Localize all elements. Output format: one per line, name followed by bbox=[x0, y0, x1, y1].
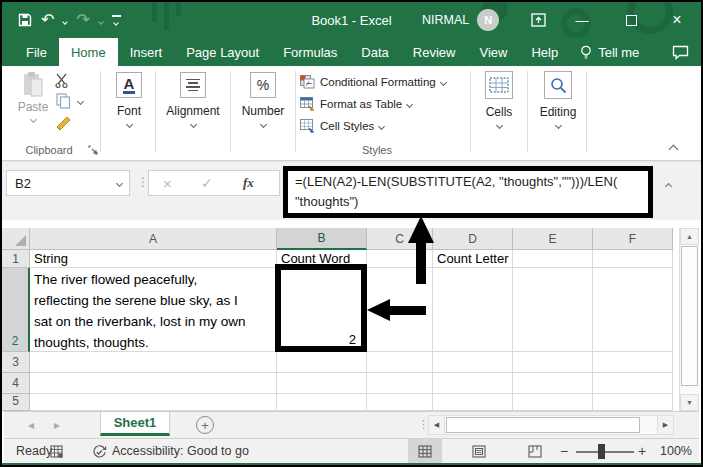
cell-a3[interactable] bbox=[30, 352, 277, 373]
account-area[interactable]: NIRMAL N bbox=[422, 2, 499, 38]
scroll-left-icon[interactable]: ◀ bbox=[429, 416, 445, 434]
cell-b4[interactable] bbox=[277, 373, 367, 394]
zoom-in-icon[interactable]: + bbox=[638, 439, 646, 463]
cell-b3[interactable] bbox=[277, 352, 367, 373]
name-box[interactable]: B2 bbox=[6, 170, 130, 196]
column-header-e[interactable]: E bbox=[513, 228, 593, 250]
macro-record-icon[interactable] bbox=[50, 439, 64, 463]
customize-quick-access-toolbar-icon[interactable] bbox=[112, 15, 121, 25]
minimize-button[interactable]: — bbox=[567, 2, 597, 38]
cell-e3[interactable] bbox=[513, 352, 593, 373]
normal-view-icon[interactable] bbox=[408, 439, 442, 463]
cell-e1[interactable] bbox=[513, 250, 593, 268]
cell-f2[interactable] bbox=[593, 268, 673, 352]
conditional-formatting-button[interactable]: Conditional Formatting bbox=[300, 75, 446, 89]
cell-a2[interactable]: The river flowed peacefully, reflecting … bbox=[30, 268, 277, 352]
save-icon[interactable] bbox=[18, 13, 32, 27]
row-header-4[interactable]: 4 bbox=[2, 373, 30, 394]
tab-home[interactable]: Home bbox=[59, 38, 118, 66]
number-group-button[interactable]: % Number bbox=[235, 72, 291, 127]
row-header-5[interactable]: 5 bbox=[2, 394, 30, 411]
tab-review[interactable]: Review bbox=[401, 38, 468, 66]
cell-f3[interactable] bbox=[593, 352, 673, 373]
column-header-d[interactable]: D bbox=[433, 228, 513, 250]
tab-data[interactable]: Data bbox=[349, 38, 400, 66]
vertical-scrollbar-thumb[interactable] bbox=[681, 246, 698, 386]
cell-f4[interactable] bbox=[593, 373, 673, 394]
insert-function-icon[interactable]: fx bbox=[243, 175, 254, 191]
undo-button[interactable]: ↶ bbox=[41, 12, 54, 28]
tab-file[interactable]: File bbox=[14, 38, 59, 66]
tab-help[interactable]: Help bbox=[519, 38, 570, 66]
cell-b5[interactable] bbox=[277, 394, 367, 411]
expand-formula-bar-icon[interactable] bbox=[665, 183, 672, 190]
undo-dropdown-icon[interactable] bbox=[63, 19, 69, 25]
column-header-a[interactable]: A bbox=[30, 228, 277, 250]
scroll-right-icon[interactable]: ▶ bbox=[657, 416, 673, 434]
cell-f5[interactable] bbox=[593, 394, 673, 411]
horizontal-scrollbar[interactable]: ◀ ▶ bbox=[428, 415, 674, 435]
row-header-2[interactable]: 2 bbox=[2, 268, 30, 352]
cell-d3[interactable] bbox=[433, 352, 513, 373]
cell-f1[interactable] bbox=[593, 250, 673, 268]
cut-icon[interactable] bbox=[54, 73, 71, 88]
cell-d2[interactable] bbox=[433, 268, 513, 352]
copy-dropdown-icon[interactable] bbox=[77, 98, 84, 105]
cells-group-button[interactable]: Cells bbox=[475, 71, 523, 128]
close-button[interactable]: × bbox=[662, 2, 692, 38]
cell-e4[interactable] bbox=[513, 373, 593, 394]
sheet-tab-sheet1[interactable]: Sheet1 bbox=[100, 412, 170, 436]
cell-styles-button[interactable]: Cell Styles bbox=[300, 119, 384, 133]
tab-insert[interactable]: Insert bbox=[118, 38, 175, 66]
maximize-button[interactable] bbox=[616, 2, 646, 38]
format-painter-icon[interactable] bbox=[55, 115, 72, 131]
copy-icon[interactable] bbox=[56, 93, 71, 109]
formula-input-annotated[interactable]: =(LEN(A2)-LEN(SUBSTITUTE(A2, "thoughts",… bbox=[283, 166, 653, 218]
alignment-group-button[interactable]: Alignment bbox=[160, 72, 226, 127]
tab-view[interactable]: View bbox=[467, 38, 519, 66]
cell-c5[interactable] bbox=[367, 394, 433, 411]
cell-d4[interactable] bbox=[433, 373, 513, 394]
cell-a4[interactable] bbox=[30, 373, 277, 394]
accessibility-icon[interactable] bbox=[92, 439, 107, 463]
scroll-down-icon[interactable]: ▼ bbox=[680, 394, 699, 411]
collapse-ribbon-icon[interactable] bbox=[669, 145, 679, 155]
ribbon-display-options-icon[interactable] bbox=[523, 2, 553, 38]
cell-a1[interactable]: String bbox=[30, 250, 277, 268]
tell-me-box[interactable]: Tell me bbox=[570, 38, 649, 66]
cell-a5[interactable] bbox=[30, 394, 277, 411]
select-all-corner[interactable] bbox=[2, 228, 30, 250]
name-box-dropdown-icon[interactable] bbox=[109, 181, 129, 186]
format-as-table-button[interactable]: Format as Table bbox=[300, 97, 412, 111]
row-header-1[interactable]: 1 bbox=[2, 250, 30, 268]
cell-d1[interactable]: Count Letter bbox=[433, 250, 513, 268]
zoom-slider-track[interactable] bbox=[576, 451, 634, 453]
zoom-out-icon[interactable]: − bbox=[560, 439, 568, 463]
column-header-b[interactable]: B bbox=[277, 228, 367, 250]
font-group-button[interactable]: A Font bbox=[105, 72, 153, 127]
cell-e5[interactable] bbox=[513, 394, 593, 411]
previous-sheet-icon[interactable]: ◂ bbox=[28, 412, 34, 438]
tab-formulas[interactable]: Formulas bbox=[271, 38, 349, 66]
cell-d5[interactable] bbox=[433, 394, 513, 411]
avatar[interactable]: N bbox=[477, 9, 499, 31]
accessibility-status[interactable]: Accessibility: Good to go bbox=[112, 439, 249, 463]
row-header-3[interactable]: 3 bbox=[2, 352, 30, 373]
cell-c4[interactable] bbox=[367, 373, 433, 394]
new-sheet-icon[interactable]: + bbox=[196, 416, 214, 434]
vertical-scrollbar[interactable]: ▲ ▼ bbox=[679, 228, 699, 411]
cell-c3[interactable] bbox=[367, 352, 433, 373]
tab-page-layout[interactable]: Page Layout bbox=[174, 38, 271, 66]
editing-group-button[interactable]: Editing bbox=[532, 71, 584, 128]
column-header-f[interactable]: F bbox=[593, 228, 673, 250]
page-layout-view-icon[interactable] bbox=[462, 439, 496, 463]
clipboard-dialog-launcher-icon[interactable] bbox=[88, 145, 98, 155]
page-break-preview-icon[interactable] bbox=[518, 439, 552, 463]
scroll-up-icon[interactable]: ▲ bbox=[680, 228, 699, 245]
horizontal-scrollbar-thumb[interactable] bbox=[446, 417, 640, 433]
cell-e2[interactable] bbox=[513, 268, 593, 352]
next-sheet-icon[interactable]: ▸ bbox=[54, 412, 60, 438]
zoom-slider-thumb[interactable] bbox=[598, 444, 605, 459]
zoom-level[interactable]: 100% bbox=[660, 439, 692, 463]
comments-icon[interactable] bbox=[672, 38, 689, 66]
